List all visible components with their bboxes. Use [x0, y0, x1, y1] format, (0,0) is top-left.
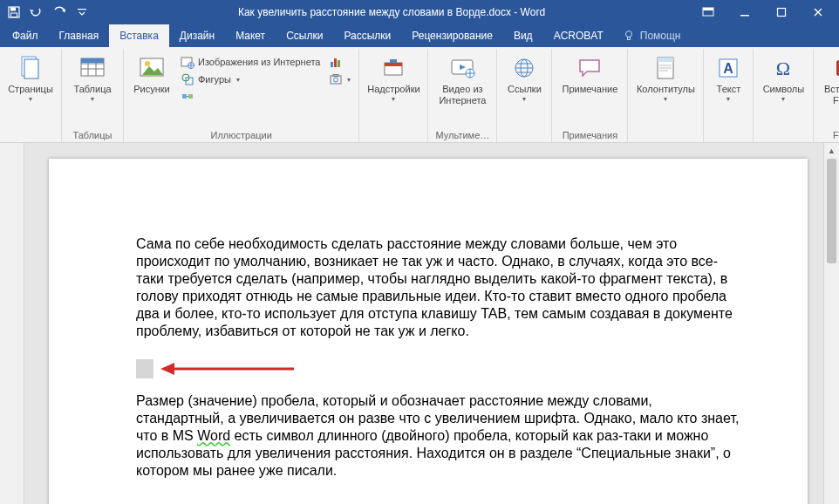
group-label-illustrations: Иллюстрации [127, 128, 355, 142]
svg-rect-13 [81, 58, 104, 63]
group-label-addins-spacer [363, 128, 424, 142]
group-links: Ссылки ▾ [497, 49, 552, 142]
smartart-icon [181, 90, 194, 104]
table-icon [78, 54, 106, 82]
svg-text:Ω: Ω [776, 58, 790, 79]
tab-insert[interactable]: Вставка [109, 24, 169, 47]
scroll-up-button[interactable]: ▲ [824, 143, 839, 159]
symbols-label: Символы [763, 84, 805, 95]
maximize-button[interactable] [764, 0, 799, 24]
svg-rect-21 [188, 94, 193, 99]
group-label-symbols-spacer [757, 128, 809, 142]
redo-button[interactable] [49, 2, 70, 23]
annotation-arrow-block [136, 358, 743, 380]
online-video-icon [448, 54, 476, 82]
ribbon-display-options-button[interactable] [691, 0, 726, 24]
group-tables: Таблица ▾ Таблицы [62, 49, 124, 142]
vertical-scrollbar[interactable]: ▲ [823, 143, 839, 504]
tab-review[interactable]: Рецензирование [401, 24, 503, 47]
group-label-hf-spacer [631, 128, 699, 142]
tab-home[interactable]: Главная [49, 24, 110, 47]
online-pictures-label: Изображения из Интернета [198, 57, 320, 67]
svg-rect-7 [778, 9, 786, 17]
pages-button[interactable]: Страницы ▾ [3, 51, 58, 103]
lightbulb-icon [623, 30, 635, 42]
tab-file[interactable]: Файл [2, 24, 49, 47]
tell-me-search[interactable]: Помощн [623, 24, 681, 47]
tab-mailings[interactable]: Рассылки [333, 24, 401, 47]
text-icon: A [714, 54, 742, 82]
smartart-button[interactable] [178, 89, 323, 105]
screenshot-icon [329, 72, 343, 86]
group-header-footer: Колонтитулы ▾ [628, 49, 704, 142]
group-pages: Страницы ▾ [0, 49, 62, 142]
shapes-label: Фигуры [198, 74, 231, 85]
spellcheck-underline-word: Word [197, 428, 230, 443]
header-footer-icon [651, 54, 679, 82]
tell-me-label: Помощн [640, 30, 681, 42]
pictures-button[interactable]: Рисунки [127, 51, 176, 95]
qat-customize-button[interactable] [72, 2, 92, 23]
group-label-tables-spacer [3, 128, 58, 142]
comment-label: Примечание [563, 84, 618, 95]
tab-layout[interactable]: Макет [225, 24, 276, 47]
scroll-thumb[interactable] [827, 159, 836, 263]
document-area: Сама по себе необходимость сделать расст… [0, 143, 839, 504]
text-button[interactable]: A Текст ▾ [707, 51, 749, 103]
addins-button[interactable]: Надстройки ▾ [363, 51, 424, 103]
window-controls [691, 0, 836, 24]
svg-rect-24 [338, 60, 340, 67]
svg-rect-30 [390, 59, 397, 63]
tab-references[interactable]: Ссылки [276, 24, 333, 47]
online-video-button[interactable]: Видео из Интернета [432, 51, 493, 106]
online-pictures-button[interactable]: Изображения из Интернета [178, 54, 323, 70]
pictures-icon [138, 54, 166, 82]
pages-icon [17, 54, 44, 82]
screenshot-button[interactable]: ▾ [326, 72, 353, 87]
header-footer-button[interactable]: Колонтитулы ▾ [631, 51, 699, 103]
online-video-label: Видео из Интернета [432, 84, 493, 106]
undo-button[interactable] [26, 2, 47, 23]
tab-design[interactable]: Дизайн [169, 24, 225, 47]
embed-flash-button[interactable]: f Встроить Flash [817, 51, 839, 106]
chevron-down-icon: ▾ [726, 95, 730, 103]
table-label: Таблица [73, 84, 111, 95]
group-label-links-spacer [501, 128, 548, 142]
chart-icon [329, 55, 343, 69]
ribbon-tab-bar: Файл Главная Вставка Дизайн Макет Ссылки… [0, 24, 839, 47]
group-label-multimedia: Мультиме… [432, 128, 493, 142]
svg-rect-3 [78, 9, 86, 10]
close-button[interactable] [801, 0, 836, 24]
comment-button[interactable]: Примечание [556, 51, 624, 95]
embed-flash-label: Встроить Flash [817, 84, 839, 106]
links-button[interactable]: Ссылки ▾ [501, 51, 548, 103]
paragraph-1: Сама по себе необходимость сделать расст… [136, 235, 743, 340]
table-button[interactable]: Таблица ▾ [65, 51, 119, 103]
symbols-button[interactable]: Ω Символы ▾ [757, 51, 809, 103]
links-icon [510, 54, 538, 82]
online-pictures-icon [181, 55, 194, 69]
group-illustrations: Рисунки Изображения из Интернета Фигуры▾ [124, 49, 359, 142]
chevron-down-icon: ▾ [91, 95, 94, 103]
tab-acrobat[interactable]: ACROBAT [543, 24, 614, 47]
svg-point-26 [334, 78, 338, 82]
save-button[interactable] [3, 2, 24, 23]
window-title: Как увеличить расстояние между словами в… [92, 6, 691, 18]
ribbon: Страницы ▾ Таблица ▾ Таблицы Рисунки [0, 47, 839, 143]
group-comments: Примечание Примечания [552, 49, 628, 142]
shapes-button[interactable]: Фигуры▾ [178, 72, 323, 87]
page[interactable]: Сама по себе необходимость сделать расст… [49, 159, 808, 504]
group-multimedia: Видео из Интернета Мультиме… [428, 49, 497, 142]
svg-text:A: A [724, 61, 734, 76]
svg-point-8 [625, 31, 631, 37]
tab-view[interactable]: Вид [503, 24, 543, 47]
symbols-icon: Ω [769, 54, 797, 82]
minimize-button[interactable] [727, 0, 762, 24]
svg-rect-9 [627, 37, 630, 40]
addins-label: Надстройки [367, 84, 420, 95]
pages-label: Страницы [8, 84, 53, 95]
document-scroll[interactable]: Сама по себе необходимость сделать расст… [24, 143, 839, 504]
chart-button[interactable] [326, 54, 353, 70]
svg-rect-2 [11, 13, 17, 17]
vertical-ruler[interactable] [0, 143, 24, 504]
